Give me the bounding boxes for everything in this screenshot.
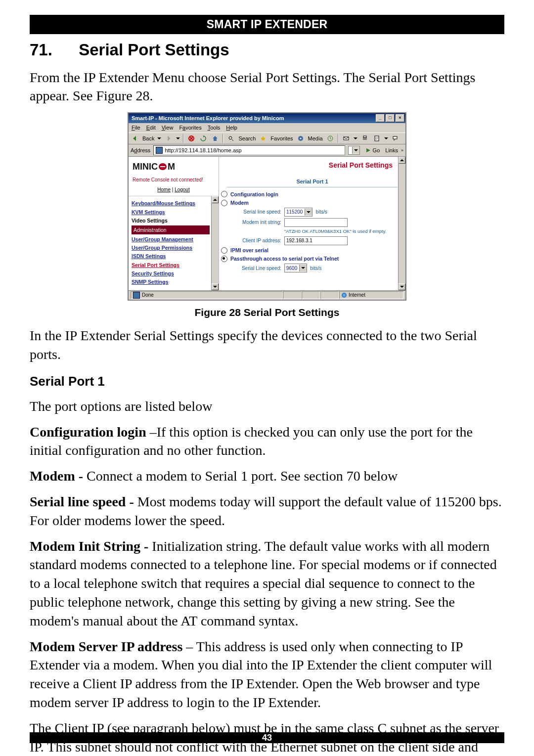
label-passthrough-telnet: Passthrough access to serial port via Te… <box>230 255 339 262</box>
menu-bar[interactable]: File Edit View Favorites Tools Help <box>129 123 405 133</box>
brand-oval-icon <box>159 163 167 170</box>
favorites-label[interactable]: Favorites <box>270 135 293 142</box>
mail-icon[interactable] <box>342 134 351 143</box>
sidebar-scrollbar[interactable] <box>211 196 219 290</box>
label-configuration-login: Configuration login <box>230 191 278 198</box>
address-text: http://192.114.18.118/home.asp <box>165 147 241 154</box>
sp1-intro: The port options are listed below <box>30 397 504 416</box>
nav-video-settings[interactable]: Video Settings <box>132 217 219 224</box>
print-icon[interactable] <box>360 134 369 143</box>
bits-label-2: bits/s <box>310 265 321 272</box>
after-figure-paragraph: In the IP Extender Serial Settings speci… <box>30 326 504 364</box>
scroll-up-icon-2[interactable] <box>399 157 405 164</box>
search-label[interactable]: Search <box>238 135 256 142</box>
chevron-down-icon <box>305 209 312 216</box>
main-panel: Serial Port Settings Serial Port 1 Confi… <box>219 157 405 290</box>
scroll-down-icon-2[interactable] <box>399 283 405 290</box>
minimize-button[interactable]: _ <box>376 114 385 122</box>
menu-tools[interactable]: Tools <box>208 124 221 132</box>
media-label[interactable]: Media <box>308 135 323 142</box>
page-footer: 43 <box>30 732 504 743</box>
input-client-ip[interactable]: 192.168.3.1 <box>284 236 348 245</box>
back-label[interactable]: Back <box>142 135 154 142</box>
section-number: 71. <box>30 39 74 61</box>
media-icon[interactable] <box>296 134 305 143</box>
scroll-down-icon[interactable] <box>212 283 219 290</box>
page-banner: SMART IP EXTENDER <box>30 15 504 34</box>
links-label[interactable]: Links <box>385 147 398 154</box>
p-modem-server-ip: Modem Server IP address – This address i… <box>30 637 504 712</box>
nav-snmp-settings[interactable]: SNMP Settings <box>132 278 219 285</box>
nav-kvm-settings[interactable]: KVM Settings <box>132 209 219 216</box>
toolbar-separator <box>183 134 184 143</box>
nav-user-group-perms[interactable]: User/Group Permissions <box>132 244 219 251</box>
label-serial-line-speed-2: Serial Line speed: <box>234 265 281 272</box>
svg-rect-6 <box>363 137 367 140</box>
nav-serial-port-settings[interactable]: Serial Port Settings <box>132 262 219 268</box>
close-button[interactable]: × <box>396 114 404 122</box>
bits-label: bits/s <box>315 209 327 216</box>
ie-window: Smart-IP - Microsoft Internet Explorer p… <box>128 112 406 301</box>
radio-configuration-login[interactable] <box>221 191 227 197</box>
discuss-icon[interactable] <box>391 134 400 143</box>
menu-help[interactable]: Help <box>226 124 237 132</box>
back-dropdown-icon[interactable] <box>157 137 161 139</box>
nav-isdn-settings[interactable]: ISDN Settings <box>132 253 219 260</box>
address-dropdown-icon[interactable] <box>348 146 360 155</box>
status-done: Done <box>131 291 283 299</box>
scroll-up-icon[interactable] <box>212 196 219 203</box>
maximize-button[interactable]: □ <box>386 114 395 122</box>
chevron-down-icon-2 <box>299 265 307 271</box>
history-icon[interactable] <box>326 134 335 143</box>
nav-panel: Keyboard/Mouse Settings KVM Settings Vid… <box>129 196 219 290</box>
forward-button[interactable] <box>164 134 173 143</box>
nav-security-settings[interactable]: Security Settings <box>132 270 219 277</box>
globe-icon <box>342 293 347 298</box>
page-number: 43 <box>30 732 504 743</box>
select-serial-line-speed-2[interactable]: 9600 <box>284 264 307 272</box>
input-modem-init-string[interactable] <box>284 218 348 227</box>
home-button[interactable] <box>211 134 220 143</box>
menu-file[interactable]: File <box>132 124 140 132</box>
refresh-button[interactable] <box>199 134 208 143</box>
sub-heading-serial-port-1: Serial Port 1 <box>30 373 504 390</box>
go-button[interactable]: Go <box>363 146 383 155</box>
forward-dropdown-icon[interactable] <box>176 137 180 139</box>
nav-user-group-mgmt[interactable]: User/Group Management <box>132 236 219 243</box>
status-zone: Internet <box>339 291 403 299</box>
status-seg-3 <box>320 291 339 299</box>
svg-point-1 <box>229 136 232 139</box>
menu-edit[interactable]: Edit <box>146 124 156 132</box>
svg-rect-9 <box>393 136 397 139</box>
nav-keyboard-mouse[interactable]: Keyboard/Mouse Settings <box>132 200 219 207</box>
mail-dropdown-icon[interactable] <box>354 137 357 139</box>
menu-view[interactable]: View <box>162 124 174 132</box>
remote-console-status: Remote Console not connected! <box>129 175 219 186</box>
page-icon-2 <box>133 292 140 299</box>
favorites-icon[interactable] <box>259 134 267 143</box>
p-serial-line-speed: Serial line speed - Most modems today wi… <box>30 492 504 530</box>
toolbar-separator-3 <box>338 134 339 143</box>
p-modem: Modem - Connect a modem to Serial 1 port… <box>30 467 504 486</box>
radio-modem[interactable] <box>221 200 227 206</box>
back-button[interactable] <box>131 134 139 143</box>
sidebar: MINICM Remote Console not connected! Hom… <box>129 157 219 290</box>
address-input[interactable]: http://192.114.18.118/home.asp <box>153 145 345 155</box>
modem-init-hint: "ATZH0 OK ATL0M0&K3X1 OK" is used if emp… <box>284 228 398 235</box>
menu-favorites[interactable]: Favorites <box>179 124 201 132</box>
edit-dropdown-icon[interactable] <box>384 137 388 139</box>
stop-button[interactable] <box>187 134 196 143</box>
edit-icon[interactable] <box>372 134 381 143</box>
main-scrollbar[interactable] <box>398 157 405 290</box>
group-serial-port-1: Serial Port 1 <box>227 178 398 187</box>
home-link[interactable]: Home <box>157 187 171 192</box>
page-content: MINICM Remote Console not connected! Hom… <box>129 157 405 290</box>
section-title-text: Serial Port Settings <box>79 41 229 59</box>
logout-link[interactable]: Logout <box>175 187 190 192</box>
radio-passthrough-telnet[interactable] <box>221 256 227 262</box>
nav-administration[interactable]: Administration <box>132 225 210 234</box>
radio-ipmi-over-serial[interactable] <box>221 247 227 254</box>
search-icon[interactable] <box>226 134 235 143</box>
select-serial-line-speed[interactable]: 115200 <box>284 208 312 217</box>
figure-caption: Figure 28 Serial Port Settings <box>30 306 504 319</box>
